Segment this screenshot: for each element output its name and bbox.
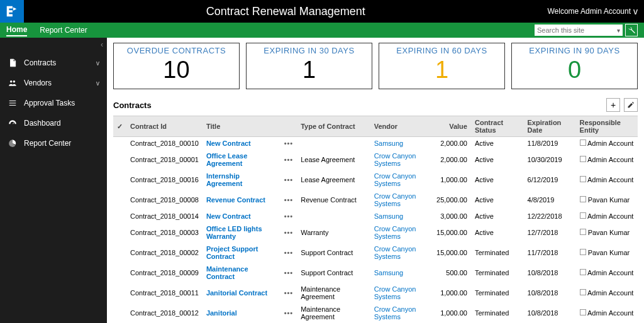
- title-link[interactable]: Maintenance Contract: [206, 265, 248, 280]
- sidebar-item-vendors[interactable]: Vendorsv: [0, 73, 107, 93]
- checkbox-icon[interactable]: [580, 289, 586, 295]
- title-link[interactable]: Office LED lights Warranty: [206, 225, 262, 240]
- summary-card-d90[interactable]: EXPIRING IN 90 DAYS0: [511, 43, 638, 89]
- row-check[interactable]: [113, 170, 126, 190]
- column-header[interactable]: Contract Id: [126, 116, 203, 137]
- vendor-link[interactable]: Samsung: [374, 269, 403, 276]
- column-header[interactable]: Expiration Date: [524, 116, 576, 137]
- checkbox-icon[interactable]: [580, 229, 586, 235]
- user-menu[interactable]: Welcome Admin Account v: [547, 6, 644, 16]
- title-link[interactable]: Internship Agreement: [206, 172, 242, 187]
- cell-status: Active: [471, 150, 524, 170]
- checkbox-icon[interactable]: [580, 212, 586, 219]
- row-menu-icon[interactable]: •••: [284, 309, 294, 317]
- checkbox-icon[interactable]: [580, 140, 586, 146]
- row-check[interactable]: [113, 137, 126, 150]
- ribbon-tab-home[interactable]: Home: [6, 24, 27, 36]
- row-menu-icon[interactable]: •••: [284, 212, 294, 220]
- column-header[interactable]: Title: [203, 116, 280, 137]
- title-link[interactable]: Janitorial Contract: [206, 289, 267, 297]
- settings-button[interactable]: [625, 24, 638, 36]
- cell-value: 1,000.00: [433, 283, 471, 303]
- column-header[interactable]: Contract Status: [471, 116, 524, 137]
- title-link[interactable]: New Contract: [206, 140, 251, 147]
- title-link[interactable]: Office Lease Agreement: [206, 152, 247, 167]
- row-menu-icon[interactable]: •••: [284, 140, 294, 147]
- column-header[interactable]: [280, 116, 297, 137]
- row-menu-icon[interactable]: •••: [284, 229, 294, 236]
- sidebar-collapse-icon[interactable]: ‹: [101, 40, 103, 49]
- sidebar-item-approval-tasks[interactable]: Approval Tasks: [0, 93, 107, 113]
- vendor-link[interactable]: Samsung: [374, 212, 403, 220]
- checkbox-icon[interactable]: [580, 196, 586, 202]
- sharepoint-logo[interactable]: [0, 0, 24, 23]
- table-row[interactable]: Contract_2018_00001Office Lease Agreemen…: [113, 150, 638, 170]
- vendor-link[interactable]: Crow Canyon Systems: [374, 172, 416, 187]
- summary-card-overdue[interactable]: OVERDUE CONTRACTS10: [113, 43, 240, 89]
- checkbox-icon[interactable]: [580, 309, 586, 315]
- vendor-link[interactable]: Crow Canyon Systems: [374, 245, 416, 260]
- vendor-link[interactable]: Crow Canyon Systems: [374, 192, 416, 207]
- edit-button[interactable]: [624, 98, 638, 112]
- search-input[interactable]: [537, 26, 617, 34]
- cell-status: Terminated: [471, 263, 524, 283]
- column-check[interactable]: ✓: [113, 116, 126, 137]
- cell-responsible: Admin Account: [576, 170, 638, 190]
- table-row[interactable]: Contract_2018_00009Maintenance Contract•…: [113, 263, 638, 283]
- sidebar-item-report-center[interactable]: Report Center: [0, 133, 107, 153]
- nav-label: Dashboard: [24, 119, 99, 128]
- contracts-table: ✓Contract IdTitleType of ContractVendorV…: [113, 116, 638, 323]
- table-row[interactable]: Contract_2018_00014New Contract•••Samsun…: [113, 210, 638, 222]
- row-menu-icon[interactable]: •••: [284, 289, 294, 297]
- vendor-link[interactable]: Samsung: [374, 140, 403, 147]
- row-menu-icon[interactable]: •••: [284, 249, 294, 256]
- row-menu-icon[interactable]: •••: [284, 156, 294, 163]
- checkbox-icon[interactable]: [580, 249, 586, 255]
- table-row[interactable]: Contract_2018_00011Janitorial Contract••…: [113, 283, 638, 303]
- vendor-link[interactable]: Crow Canyon Systems: [374, 285, 416, 300]
- vendor-link[interactable]: Crow Canyon Systems: [374, 152, 416, 167]
- title-link[interactable]: Project Support Contract: [206, 245, 258, 260]
- table-row[interactable]: Contract_2018_00012Janitorial•••Maintena…: [113, 303, 638, 323]
- checkbox-icon[interactable]: [580, 176, 586, 182]
- title-link[interactable]: New Contract: [206, 212, 251, 220]
- vendor-link[interactable]: Crow Canyon Systems: [374, 305, 416, 320]
- row-check[interactable]: [113, 263, 126, 283]
- row-check[interactable]: [113, 283, 126, 303]
- column-header[interactable]: Value: [433, 116, 471, 137]
- row-menu-icon[interactable]: •••: [284, 176, 294, 183]
- card-value: 0: [512, 57, 637, 84]
- table-row[interactable]: Contract_2018_00002Project Support Contr…: [113, 243, 638, 263]
- row-menu-icon[interactable]: •••: [284, 196, 294, 204]
- title-link[interactable]: Revenue Contract: [206, 196, 265, 204]
- row-check[interactable]: [113, 303, 126, 323]
- checkbox-icon[interactable]: [580, 269, 586, 275]
- vendor-link[interactable]: Crow Canyon Systems: [374, 225, 416, 240]
- table-row[interactable]: Contract_2018_00008Revenue Contract•••Re…: [113, 190, 638, 210]
- column-header[interactable]: Type of Contract: [297, 116, 370, 137]
- title-link[interactable]: Janitorial: [206, 309, 237, 317]
- summary-card-d60[interactable]: EXPIRING IN 60 DAYS1: [379, 43, 505, 89]
- nav-label: Contracts: [24, 58, 96, 67]
- cell-contract-id: Contract_2018_00009: [126, 263, 203, 283]
- cell-responsible: Pavan Kumar: [576, 243, 638, 263]
- ribbon: Home Report Center ▾: [0, 23, 644, 38]
- sidebar-item-contracts[interactable]: Contractsv: [0, 53, 107, 73]
- summary-card-d30[interactable]: EXPIRING IN 30 DAYS1: [246, 43, 372, 89]
- column-header[interactable]: Responsible Entity: [576, 116, 638, 137]
- table-row[interactable]: Contract_2018_00003Office LED lights War…: [113, 222, 638, 243]
- checkbox-icon[interactable]: [580, 156, 586, 162]
- row-check[interactable]: [113, 243, 126, 263]
- row-check[interactable]: [113, 190, 126, 210]
- table-row[interactable]: Contract_2018_00010New Contract•••Samsun…: [113, 137, 638, 150]
- search-dropdown-icon[interactable]: ▾: [617, 27, 620, 34]
- row-menu-icon[interactable]: •••: [284, 269, 294, 276]
- row-check[interactable]: [113, 150, 126, 170]
- row-check[interactable]: [113, 222, 126, 243]
- sidebar-item-dashboard[interactable]: Dashboard: [0, 113, 107, 133]
- table-row[interactable]: Contract_2018_00016Internship Agreement•…: [113, 170, 638, 190]
- ribbon-tab-report-center[interactable]: Report Center: [40, 25, 87, 36]
- column-header[interactable]: Vendor: [370, 116, 433, 137]
- row-check[interactable]: [113, 210, 126, 222]
- add-button[interactable]: +: [606, 98, 620, 112]
